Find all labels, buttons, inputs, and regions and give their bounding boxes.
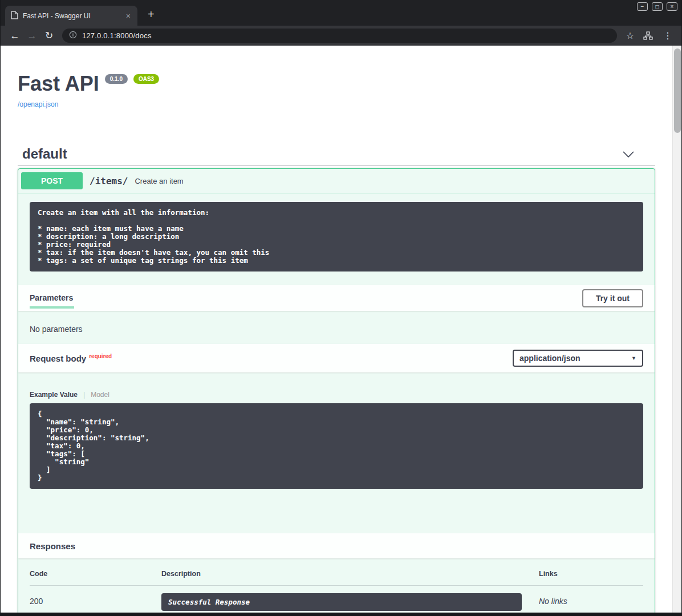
maximize-icon[interactable]: □ (652, 2, 663, 11)
response-links: No links (539, 593, 643, 611)
swagger-page: Fast API0.1.0OAS3 /openapi.json default … (1, 46, 681, 613)
try-it-out-button[interactable]: Try it out (582, 289, 643, 307)
api-info: Fast API0.1.0OAS3 /openapi.json (18, 46, 655, 109)
section-title: default (22, 146, 67, 162)
page-title: Fast API0.1.0OAS3 (18, 72, 655, 96)
close-icon[interactable]: × (667, 2, 677, 11)
page-scrollbar[interactable] (672, 46, 681, 613)
example-json-block: { "name": "string", "price": 0, "descrip… (30, 403, 643, 489)
table-row: 200 Successful Response No links (30, 586, 643, 611)
content-type-value: application/json (519, 354, 580, 363)
site-hierarchy-icon[interactable] (643, 31, 653, 40)
request-body-header: Request bodyrequired application/json ▼ (18, 344, 655, 372)
browser-window: Fast API - Swagger UI × + − □ × ← → ↻ 12… (1, 0, 681, 613)
chevron-down-icon[interactable] (622, 148, 651, 160)
model-example-tabs: Example Value | Model (30, 391, 643, 399)
operation-path: /items/ (90, 176, 128, 187)
tab-separator: | (83, 391, 85, 399)
forward-icon: → (23, 30, 40, 42)
scrollbar-thumb[interactable] (674, 48, 681, 133)
content-type-select[interactable]: application/json ▼ (513, 350, 643, 367)
new-tab-button[interactable]: + (148, 8, 155, 21)
operation-summary: Create an item (135, 177, 183, 185)
reload-icon[interactable]: ↻ (40, 30, 58, 42)
url-text[interactable]: 127.0.0.1:8000/docs (82, 31, 152, 40)
tab-title: Fast API - Swagger UI (23, 12, 120, 20)
operation-description: Create an item with all the information:… (30, 202, 643, 271)
tab-close-icon[interactable]: × (125, 11, 132, 21)
parameters-header: Parameters Try it out (18, 285, 655, 311)
section-default[interactable]: default (18, 142, 655, 166)
titlebar: Fast API - Swagger UI × + − □ × (1, 0, 681, 26)
navbar: ← → ↻ 127.0.0.1:8000/docs ☆ ⋮ (1, 26, 681, 46)
model-tab[interactable]: Model (91, 391, 109, 399)
response-code: 200 (30, 593, 161, 611)
openapi-spec-link[interactable]: /openapi.json (18, 100, 58, 108)
url-bar[interactable]: 127.0.0.1:8000/docs (62, 29, 617, 43)
responses-table: Code Description Links 200 Successful Re… (18, 558, 655, 613)
col-links: Links (539, 570, 643, 578)
minimize-icon[interactable]: − (637, 2, 648, 11)
responses-header: Responses (18, 533, 655, 558)
request-body-label: Request body (30, 354, 86, 363)
browser-menu-icon[interactable]: ⋮ (663, 30, 672, 41)
oas3-badge: OAS3 (133, 74, 159, 84)
opblock-summary[interactable]: POST /items/ Create an item (18, 169, 655, 193)
window-controls: − □ × (637, 2, 677, 11)
page-favicon-icon (11, 11, 18, 21)
api-title-text: Fast API (18, 72, 99, 95)
site-info-icon[interactable] (69, 31, 77, 41)
col-code: Code (30, 570, 161, 578)
parameters-tab[interactable]: Parameters (30, 287, 74, 309)
response-description: Successful Response (161, 593, 522, 611)
opblock-post-items: POST /items/ Create an item Create an it… (18, 168, 655, 613)
responses-title: Responses (30, 541, 75, 551)
version-badge: 0.1.0 (105, 74, 128, 84)
col-description: Description (161, 570, 539, 578)
method-badge: POST (21, 172, 83, 189)
browser-tab[interactable]: Fast API - Swagger UI × (5, 6, 137, 26)
back-icon[interactable]: ← (6, 30, 23, 42)
required-label: required (89, 353, 112, 359)
responses-table-head: Code Description Links (30, 570, 643, 586)
select-arrow-icon: ▼ (631, 355, 636, 361)
no-parameters-text: No parameters (18, 311, 655, 344)
bookmark-star-icon[interactable]: ☆ (626, 30, 634, 41)
request-body-title: Request bodyrequired (30, 353, 112, 363)
example-value-tab[interactable]: Example Value (30, 391, 78, 399)
